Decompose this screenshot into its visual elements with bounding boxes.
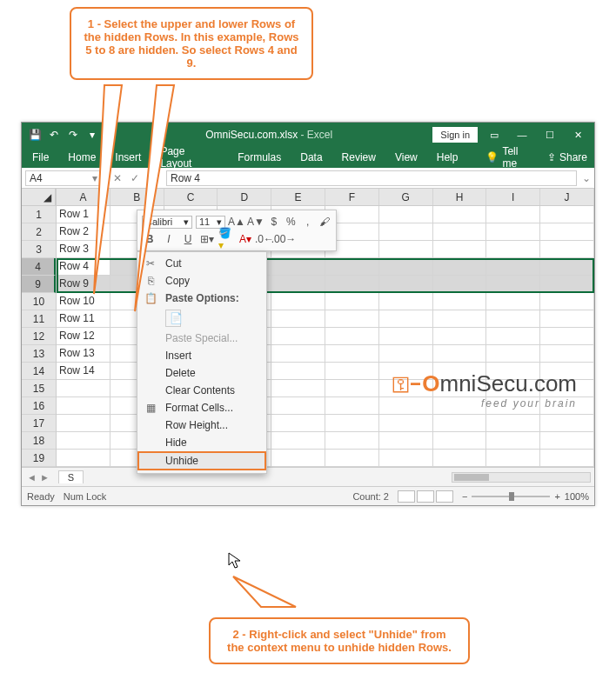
row-header-10[interactable]: 10 [22,293,56,310]
cell-E10[interactable] [271,293,325,310]
cell-I3[interactable] [486,241,540,258]
cell-I1[interactable] [486,206,540,223]
maximize-button[interactable]: ☐ [539,126,561,143]
cell-I17[interactable] [486,415,540,432]
cell-F12[interactable] [325,328,379,345]
cell-A16[interactable] [57,397,110,415]
menu-clear-contents[interactable]: Clear Contents [137,382,266,399]
currency-icon[interactable]: $ [267,214,281,230]
menu-hide[interactable]: Hide [137,434,266,451]
menu-copy[interactable]: ⎘Copy [137,272,266,290]
cell-I19[interactable] [486,450,540,467]
undo-icon[interactable]: ↶ [48,129,60,141]
row-header-9[interactable]: 9 [22,276,56,293]
cell-I11[interactable] [486,310,540,328]
tab-file[interactable]: File [29,149,52,166]
sheet-tab[interactable]: S [58,470,84,483]
tell-me-search[interactable]: 💡Tell me [485,145,535,170]
fx-icon[interactable]: fx [145,172,159,184]
cell-G2[interactable] [379,223,433,241]
cell-J17[interactable] [540,415,594,432]
cell-A9[interactable]: Row 9 [57,276,110,293]
row-header-14[interactable]: 14 [22,363,56,380]
select-all-corner[interactable]: ◢ [22,189,56,206]
col-header-f[interactable]: F [325,189,379,205]
font-color-icon[interactable]: A▾ [238,231,253,247]
cell-I2[interactable] [486,223,540,241]
row-header-17[interactable]: 17 [22,415,56,432]
cell-F18[interactable] [325,432,379,450]
decrease-font-icon[interactable]: A▼ [248,214,264,230]
row-header-3[interactable]: 3 [22,241,56,258]
tab-home[interactable]: Home [64,149,99,166]
row-header-19[interactable]: 19 [22,450,56,467]
cell-E15[interactable] [271,380,325,397]
cell-F16[interactable] [325,397,379,415]
cell-I4[interactable] [486,258,540,276]
cell-E12[interactable] [271,328,325,345]
save-icon[interactable]: 💾 [29,129,41,141]
menu-cut[interactable]: ✂Cut [137,255,266,272]
comma-icon[interactable]: , [301,214,315,230]
cell-H12[interactable] [433,328,487,345]
page-break-view-button[interactable] [436,490,453,503]
format-painter-icon[interactable]: 🖌 [318,214,332,230]
share-button[interactable]: ⇪Share [547,151,587,163]
cell-F4[interactable] [325,258,379,276]
ribbon-options-icon[interactable]: ▭ [483,126,506,143]
cell-E17[interactable] [271,415,325,432]
horizontal-scrollbar[interactable] [452,472,591,483]
decrease-decimal-icon[interactable]: .0← [257,231,272,247]
page-layout-view-button[interactable] [417,490,434,503]
cell-H2[interactable] [433,223,487,241]
cell-G1[interactable] [379,206,433,223]
menu-row-height[interactable]: Row Height... [137,416,266,434]
tab-help[interactable]: Help [433,149,462,166]
col-header-c[interactable]: C [164,189,218,205]
cell-A11[interactable]: Row 11 [57,310,110,328]
tab-insert[interactable]: Insert [111,149,144,166]
cell-I10[interactable] [486,293,540,310]
col-header-e[interactable]: E [271,189,325,205]
cell-E14[interactable] [271,363,325,380]
cell-J2[interactable] [540,223,594,241]
underline-icon[interactable]: U [180,231,196,247]
sheet-prev-icon[interactable]: ◄ [27,472,37,483]
cell-G12[interactable] [379,328,433,345]
cell-E11[interactable] [271,310,325,328]
cell-A10[interactable]: Row 10 [57,293,110,310]
cell-H11[interactable] [433,310,487,328]
col-header-h[interactable]: H [433,189,487,205]
menu-paste-option-default[interactable]: 📄 [137,307,266,330]
cell-H9[interactable] [433,276,487,293]
cell-A2[interactable]: Row 2 [57,223,110,241]
cell-A3[interactable]: Row 3 [57,241,110,258]
row-header-4[interactable]: 4 [22,258,56,276]
cell-F15[interactable] [325,380,379,397]
cell-A1[interactable]: Row 1 [57,206,110,223]
col-header-j[interactable]: J [540,189,594,205]
col-header-g[interactable]: G [379,189,433,205]
minimize-button[interactable]: — [511,126,533,143]
sheet-next-icon[interactable]: ► [40,472,50,483]
tab-data[interactable]: Data [297,149,325,166]
cell-J3[interactable] [540,241,594,258]
cancel-icon[interactable]: ✕ [110,172,124,184]
cell-G11[interactable] [379,310,433,328]
cell-A17[interactable] [57,415,110,432]
cell-H4[interactable] [433,258,487,276]
cell-G17[interactable] [379,415,433,432]
cell-J1[interactable] [540,206,594,223]
cell-F14[interactable] [325,363,379,380]
cell-I13[interactable] [486,345,540,363]
row-header-11[interactable]: 11 [22,310,56,328]
col-header-i[interactable]: I [486,189,540,205]
cell-A13[interactable]: Row 13 [57,345,110,363]
tab-review[interactable]: Review [338,149,379,166]
cell-H3[interactable] [433,241,487,258]
menu-delete[interactable]: Delete [137,364,266,382]
cell-F17[interactable] [325,415,379,432]
row-header-15[interactable]: 15 [22,380,56,397]
close-button[interactable]: ✕ [566,126,589,143]
cell-A14[interactable]: Row 14 [57,363,110,380]
